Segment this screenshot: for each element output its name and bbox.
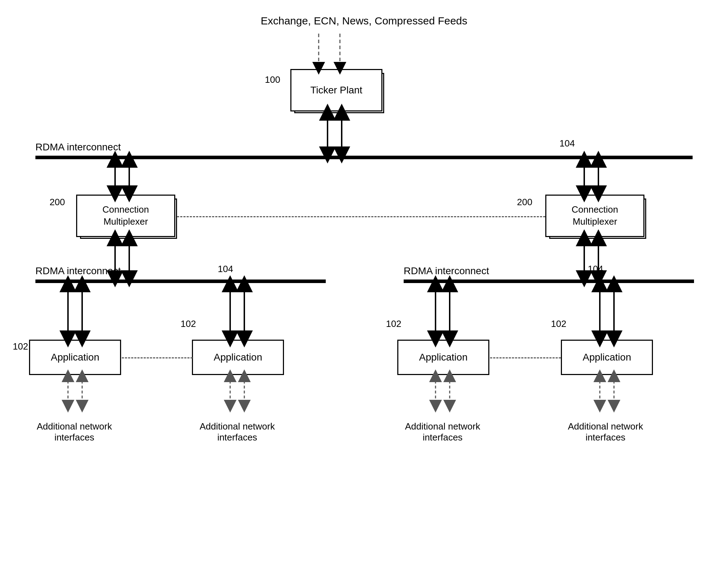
diagram: Exchange, ECN, News, Compressed Feeds Ti… bbox=[0, 0, 728, 576]
conn-mux-right-id: 200 bbox=[517, 197, 532, 208]
add-net3-label: Additional network interfaces bbox=[389, 421, 496, 443]
app1-box: Application bbox=[29, 340, 121, 375]
top-source-label: Exchange, ECN, News, Compressed Feeds bbox=[212, 15, 516, 27]
ticker-plant-box: Ticker Plant bbox=[290, 69, 382, 111]
rdma-mid-right-id: 104 bbox=[588, 264, 603, 275]
rdma-mid-right-label: RDMA interconnect bbox=[404, 265, 489, 277]
conn-mux-left-label: Connection Multiplexer bbox=[102, 204, 149, 228]
app2-box: Application bbox=[192, 340, 284, 375]
app12-dashed-connector bbox=[122, 357, 193, 358]
conn-mux-left-box: Connection Multiplexer bbox=[76, 195, 175, 237]
conn-mux-right-label: Connection Multiplexer bbox=[571, 204, 618, 228]
app4-id: 102 bbox=[551, 318, 566, 329]
app1-id: 102 bbox=[13, 341, 28, 352]
rdma-mid-left-bus bbox=[35, 280, 326, 283]
app4-box: Application bbox=[561, 340, 653, 375]
add-net2-label: Additional network interfaces bbox=[184, 421, 290, 443]
rdma-mid-right-bus bbox=[404, 280, 694, 283]
add-net1-label: Additional network interfaces bbox=[21, 421, 127, 443]
app34-dashed-connector bbox=[490, 357, 561, 358]
rdma-mid-left-id: 104 bbox=[218, 264, 233, 275]
app2-id: 102 bbox=[181, 318, 196, 329]
rdma-mid-left-label: RDMA interconnect bbox=[35, 265, 121, 277]
conn-mux-right-box: Connection Multiplexer bbox=[545, 195, 644, 237]
rdma-top-id: 104 bbox=[559, 138, 575, 149]
rdma-top-bus bbox=[35, 156, 693, 159]
mux-dashed-connector bbox=[177, 216, 545, 217]
ticker-plant-label: Ticker Plant bbox=[311, 84, 363, 97]
ticker-plant-id: 100 bbox=[265, 74, 280, 85]
conn-mux-left-id: 200 bbox=[50, 197, 65, 208]
app3-box: Application bbox=[397, 340, 489, 375]
add-net4-label: Additional network interfaces bbox=[552, 421, 659, 443]
rdma-top-label: RDMA interconnect bbox=[35, 142, 121, 153]
app3-id: 102 bbox=[386, 318, 401, 329]
